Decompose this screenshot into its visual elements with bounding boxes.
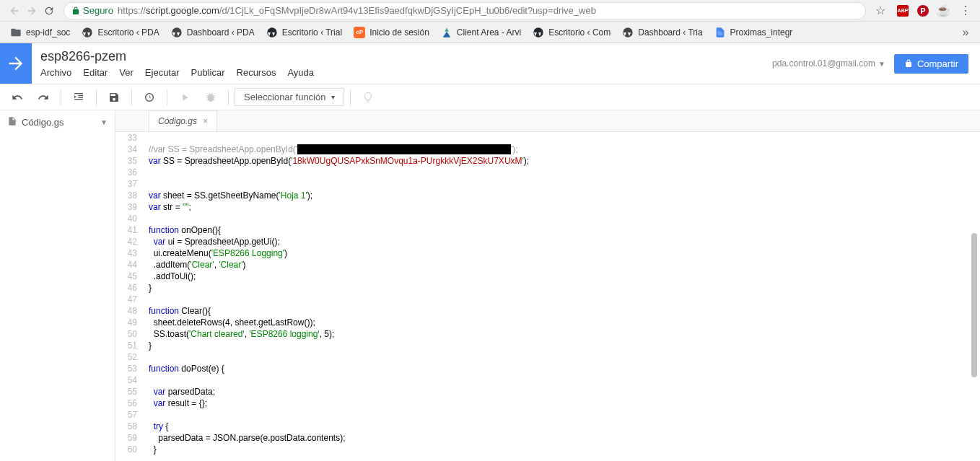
star-icon[interactable]: ☆ (872, 2, 889, 19)
line-number: 59 (121, 432, 137, 444)
menu-archivo[interactable]: Archivo (40, 67, 71, 78)
lightbulb-button[interactable] (356, 87, 380, 107)
extension-icons: ☆ ABP P ☕ ⋮ (872, 2, 974, 19)
code-line[interactable]: parsedData = JSON.parse(e.postData.conte… (149, 432, 980, 444)
code-content[interactable]: //var SS = SpreadsheetApp.openById('Tj5U… (143, 132, 980, 461)
indent-button[interactable] (67, 87, 90, 107)
code-line[interactable] (149, 167, 980, 178)
code-line[interactable] (149, 351, 980, 363)
pinterest-icon[interactable]: P (916, 4, 929, 17)
abp-icon[interactable]: ABP (896, 4, 909, 17)
secure-indicator: Seguro (71, 5, 113, 16)
scroll-thumb[interactable] (971, 233, 977, 377)
code-line[interactable]: var SS = SpreadsheetApp.openById('18kW0U… (149, 155, 980, 167)
menu-ejecutar[interactable]: Ejecutar (145, 67, 180, 78)
line-number: 36 (121, 167, 137, 178)
triggers-button[interactable] (138, 87, 161, 107)
line-number: 57 (121, 409, 137, 421)
code-line[interactable]: } (149, 444, 980, 455)
code-line[interactable] (149, 294, 980, 305)
reload-button[interactable] (40, 2, 58, 19)
line-number: 40 (121, 213, 137, 224)
code-line[interactable]: try { (149, 421, 980, 432)
wp-icon (622, 27, 634, 38)
code-line[interactable]: var result = {}; (149, 398, 980, 409)
menu-ayuda[interactable]: Ayuda (287, 67, 314, 78)
bookmark-item[interactable]: cPInicio de sesión (349, 24, 434, 41)
redo-button[interactable] (32, 87, 55, 107)
bookmark-item[interactable]: esp-idf_soc (6, 24, 74, 41)
menu-editar[interactable]: Editar (83, 67, 108, 78)
save-button[interactable] (102, 87, 126, 107)
user-email[interactable]: pda.control.01@gmail.com (772, 58, 875, 69)
line-gutter: 3334353637383940414243444546474849505152… (115, 132, 143, 461)
line-number: 35 (121, 155, 137, 167)
chevron-down-icon: ▾ (331, 93, 335, 101)
menu-ver[interactable]: Ver (119, 67, 134, 78)
bookmark-item[interactable]: Escritorio ‹ PDA (77, 24, 163, 41)
chevron-down-icon[interactable]: ▼ (878, 60, 885, 68)
lock-icon (71, 6, 80, 15)
menu-publicar[interactable]: Publicar (191, 67, 225, 78)
code-line[interactable]: //var SS = SpreadsheetApp.openById('Tj5U… (149, 144, 980, 155)
arvi-icon (441, 27, 452, 38)
code-editor[interactable]: 3334353637383940414243444546474849505152… (115, 132, 980, 461)
editor-tab-codigo[interactable]: Código.gs × (149, 110, 217, 131)
undo-button[interactable] (6, 87, 29, 107)
code-line[interactable] (149, 409, 980, 421)
code-line[interactable] (149, 178, 980, 190)
gdoc-icon (714, 27, 726, 38)
bookmark-item[interactable]: Proximas_integr (710, 24, 797, 41)
code-line[interactable]: .addToUi(); (149, 271, 980, 282)
code-line[interactable]: var ui = SpreadsheetApp.getUi(); (149, 236, 980, 247)
back-button[interactable] (6, 2, 23, 19)
chevron-down-icon[interactable]: ▼ (100, 118, 108, 126)
bookmark-item[interactable]: Dashboard ‹ PDA (167, 24, 259, 41)
menu-recursos[interactable]: Recursos (237, 67, 276, 78)
url-bar[interactable]: Seguro https://script.google.com/d/1CjLk… (64, 2, 866, 19)
close-icon[interactable]: × (203, 116, 208, 126)
apps-script-logo[interactable] (0, 43, 32, 84)
sidebar-file-codigo[interactable]: Código.gs ▼ (0, 110, 115, 134)
code-line[interactable]: var str = ""; (149, 201, 980, 213)
line-number: 54 (121, 374, 137, 386)
code-line[interactable]: function onOpen(){ (149, 224, 980, 236)
code-line[interactable]: .addItem('Clear', 'Clear') (149, 259, 980, 271)
browser-menu-icon[interactable]: ⋮ (957, 2, 974, 19)
bookmark-item[interactable]: Client Area - Arvi (437, 24, 525, 41)
bookmark-item[interactable]: Escritorio ‹ Com (528, 24, 615, 41)
editor-tabs: Código.gs × (115, 110, 980, 132)
code-line[interactable]: function Clear(){ (149, 305, 980, 317)
line-number: 33 (121, 132, 137, 144)
line-number: 56 (121, 398, 137, 409)
code-line[interactable]: ui.createMenu('ESP8266 Logging') (149, 247, 980, 259)
code-line[interactable]: SS.toast('Chart cleared', 'ESP8266 loggi… (149, 328, 980, 340)
bookmark-item[interactable]: Dashboard ‹ Tria (618, 24, 706, 41)
toolbar: Seleccionar función ▾ (0, 84, 980, 110)
wp-dark-icon (266, 27, 278, 38)
project-title[interactable]: esp8266-pzem (40, 49, 764, 64)
code-line[interactable]: var parsedData; (149, 386, 980, 398)
forward-button[interactable] (23, 2, 40, 19)
debug-button[interactable] (199, 87, 222, 107)
bookmark-item[interactable]: Escritorio ‹ Trial (262, 24, 346, 41)
bookmark-label: Inicio de sesión (369, 27, 429, 38)
code-line[interactable]: } (149, 282, 980, 294)
run-button[interactable] (173, 87, 196, 107)
line-number: 48 (121, 305, 137, 317)
code-line[interactable]: } (149, 340, 980, 351)
code-line[interactable] (149, 374, 980, 386)
line-number: 47 (121, 294, 137, 305)
code-line[interactable] (149, 132, 980, 144)
line-number: 58 (121, 421, 137, 432)
line-number: 53 (121, 363, 137, 374)
function-selector[interactable]: Seleccionar función ▾ (235, 88, 344, 106)
share-button[interactable]: Compartir (894, 54, 968, 74)
java-icon[interactable]: ☕ (937, 4, 950, 17)
code-line[interactable]: var sheet = SS.getSheetByName('Hoja 1'); (149, 190, 980, 201)
vertical-scrollbar[interactable] (971, 132, 979, 460)
code-line[interactable]: function doPost(e) { (149, 363, 980, 374)
code-line[interactable] (149, 213, 980, 224)
bookmark-overflow-icon[interactable]: » (957, 24, 974, 41)
code-line[interactable]: sheet.deleteRows(4, sheet.getLastRow()); (149, 317, 980, 328)
